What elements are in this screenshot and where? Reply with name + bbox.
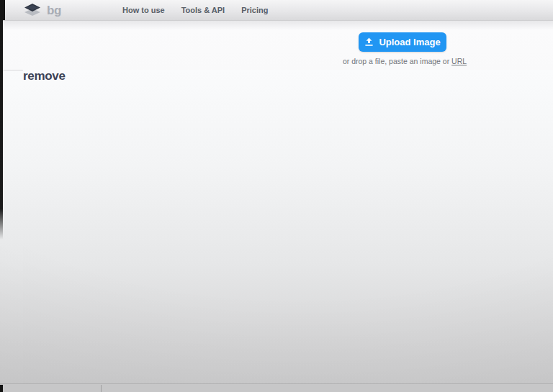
nav-item-pricing[interactable]: Pricing <box>241 6 268 14</box>
removebg-logo[interactable]: removebg <box>23 0 61 20</box>
top-navigation-bar: removebg How to use Tools & API Pricing <box>0 0 553 21</box>
left-edge-strip <box>0 20 3 240</box>
removebg-page: removebg How to use Tools & API Pricing … <box>0 0 553 392</box>
upload-button-label: Upload Image <box>379 37 440 47</box>
upload-hint: or drop a file, paste an image or URL <box>288 57 521 65</box>
layers-logo-icon <box>23 2 42 18</box>
upload-icon <box>364 37 374 47</box>
paste-url-link[interactable]: URL <box>451 57 467 65</box>
logo-text-remove: remove <box>23 70 553 392</box>
main-nav: How to use Tools & API Pricing <box>122 0 268 20</box>
bottom-bar-divider <box>101 385 102 392</box>
nav-item-how-to-use[interactable]: How to use <box>122 6 165 14</box>
left-edge-strip-top <box>0 0 5 20</box>
bottom-bar <box>0 383 553 392</box>
upload-section: Upload Image or drop a file, paste an im… <box>0 20 553 70</box>
upload-hint-text: or drop a file, paste an image or <box>343 57 451 65</box>
upload-image-button[interactable]: Upload Image <box>359 32 446 52</box>
logo-wordmark: removebg <box>47 4 61 17</box>
bottom-left-chip <box>0 385 3 392</box>
logo-text-bg: bg <box>47 4 61 17</box>
nav-item-tools-api[interactable]: Tools & API <box>181 6 225 14</box>
